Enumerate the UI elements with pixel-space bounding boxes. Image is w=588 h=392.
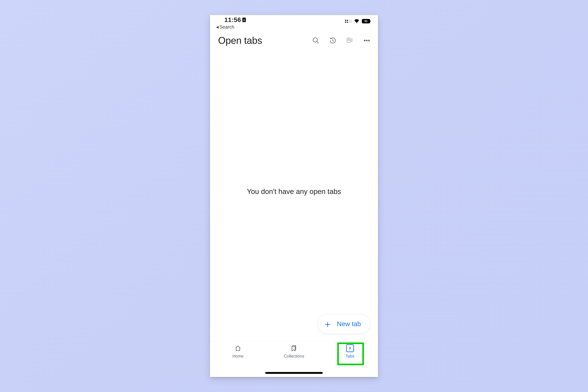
nav-home[interactable]: Home (221, 344, 255, 358)
search-button[interactable] (312, 37, 320, 44)
status-right: 91 (345, 19, 370, 24)
phone-frame: 11:56 91 ◀ Search Open tabs (210, 15, 378, 377)
bottom-nav: Home Collections 0 Tabs (210, 341, 378, 377)
home-indicator[interactable] (265, 372, 323, 374)
nav-collections-label: Collections (284, 354, 304, 358)
plus-icon: ＋ (323, 319, 332, 329)
new-tab-label: New tab (337, 320, 361, 328)
new-tab-fab[interactable]: ＋ New tab (318, 314, 370, 334)
nav-home-label: Home (232, 354, 244, 358)
cellular-signal-icon (345, 20, 352, 23)
tabs-icon: 0 (346, 344, 354, 352)
svg-point-10 (366, 40, 368, 41)
history-button[interactable] (329, 37, 336, 44)
battery-indicator: 91 (362, 19, 370, 24)
search-icon (312, 37, 320, 44)
svg-point-11 (368, 40, 370, 41)
header-actions (312, 37, 370, 44)
empty-state-message: You don't have any open tabs (247, 187, 341, 196)
status-bar: 11:56 91 (210, 15, 378, 24)
nav-tabs-label: Tabs (346, 354, 354, 358)
contact-card-icon (242, 18, 246, 22)
svg-point-1 (313, 38, 318, 42)
nav-collections[interactable]: Collections (277, 344, 311, 358)
home-icon (234, 344, 242, 352)
svg-point-9 (364, 40, 365, 41)
content-area: You don't have any open tabs (210, 47, 378, 341)
back-to-app[interactable]: ◀ Search (210, 24, 378, 30)
status-time-group: 11:56 (224, 16, 246, 24)
back-label: Search (220, 24, 234, 30)
page-header: Open tabs (210, 30, 378, 47)
collections-icon (290, 344, 298, 352)
history-icon (329, 37, 336, 44)
nav-tabs[interactable]: 0 Tabs (333, 344, 367, 358)
tab-count: 0 (346, 344, 354, 352)
svg-line-2 (317, 42, 318, 43)
back-arrow-icon: ◀ (216, 25, 218, 29)
svg-point-0 (244, 19, 244, 20)
more-menu-button[interactable] (363, 37, 370, 44)
close-all-tabs-button[interactable] (346, 37, 354, 44)
more-horizontal-icon (363, 37, 370, 44)
wifi-icon (354, 19, 360, 23)
close-tabs-icon (346, 37, 354, 44)
status-time: 11:56 (224, 16, 241, 24)
page-title: Open tabs (218, 35, 262, 46)
